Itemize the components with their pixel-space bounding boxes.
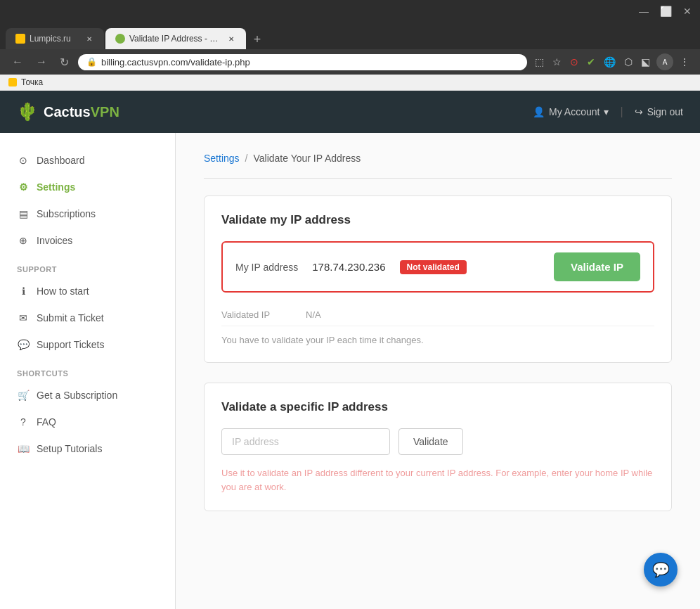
sidebar-item-setup-tutorials[interactable]: 📖 Setup Tutorials xyxy=(0,435,175,462)
minimize-button[interactable]: — xyxy=(639,6,649,17)
sidebar-item-settings[interactable]: ⚙ Settings xyxy=(0,174,175,200)
validation-note: You have to validate your IP each time i… xyxy=(221,335,654,345)
sidebar-label-setup-tutorials: Setup Tutorials xyxy=(37,443,102,454)
validate-specific-ip-title: Validate a specific IP address xyxy=(221,400,654,414)
support-tickets-icon: 💬 xyxy=(17,338,30,351)
sidebar-item-faq[interactable]: ? FAQ xyxy=(0,409,175,435)
tab-favicon-cactusvpn xyxy=(115,34,125,44)
sidebar-label-support-tickets: Support Tickets xyxy=(37,339,105,350)
chat-button[interactable]: 💬 xyxy=(644,553,678,586)
sidebar-item-invoices[interactable]: ⊕ Invoices xyxy=(0,227,175,254)
bookmark-icon[interactable]: ☆ xyxy=(550,54,564,70)
ip-label: My IP address xyxy=(235,262,298,273)
dashboard-icon: ⊙ xyxy=(17,154,30,167)
tab-cactusvpn[interactable]: Validate IP Address - CactusVPN ✕ xyxy=(105,28,246,49)
avatar-icon[interactable]: A xyxy=(656,53,673,70)
address-bar[interactable]: 🔒 billing.cactusvpn.com/validate-ip.php xyxy=(78,54,527,70)
sidebar-item-how-to-start[interactable]: ℹ How to start xyxy=(0,278,175,304)
puzzle-icon[interactable]: ⬡ xyxy=(622,54,635,70)
bookmark-tochka[interactable]: Точка xyxy=(21,77,43,87)
invoices-icon: ⊕ xyxy=(17,234,30,247)
logo-text: CactusVPN xyxy=(44,104,119,120)
refresh-button[interactable]: ↻ xyxy=(56,54,72,70)
sign-out-label: Sign out xyxy=(647,106,683,117)
validate-specific-button[interactable]: Validate xyxy=(398,428,463,455)
chevron-down-icon: ▾ xyxy=(604,106,609,117)
sidebar: ⊙ Dashboard ⚙ Settings ▤ Subscriptions ⊕… xyxy=(0,133,176,609)
url-text: billing.cactusvpn.com/validate-ip.php xyxy=(101,57,519,68)
tab-close-lumpics[interactable]: ✕ xyxy=(84,34,94,44)
specific-ip-note: Use it to validate an IP address differe… xyxy=(221,466,654,494)
breadcrumb-separator: / xyxy=(245,153,248,164)
setup-tutorials-icon: 📖 xyxy=(17,442,30,455)
validate-my-ip-card: Validate my IP address My IP address 178… xyxy=(204,195,672,363)
sidebar-item-submit-ticket[interactable]: ✉ Submit a Ticket xyxy=(0,304,175,331)
maximize-button[interactable]: ⬜ xyxy=(660,6,672,17)
header-divider: | xyxy=(620,105,623,118)
logo-cactus: Cactus xyxy=(44,104,91,120)
settings-icon: ⚙ xyxy=(17,181,30,193)
signout-icon: ↪ xyxy=(635,106,643,117)
sign-out-button[interactable]: ↪ Sign out xyxy=(635,106,683,117)
new-tab-button[interactable]: + xyxy=(247,30,267,49)
app-body: ⊙ Dashboard ⚙ Settings ▤ Subscriptions ⊕… xyxy=(0,133,700,609)
validate-ip-button[interactable]: Validate IP xyxy=(554,252,640,281)
sidebar-item-support-tickets[interactable]: 💬 Support Tickets xyxy=(0,331,175,358)
sidebar-label-invoices: Invoices xyxy=(37,235,72,246)
validated-ip-label: Validated IP xyxy=(221,309,292,320)
validate-my-ip-title: Validate my IP address xyxy=(221,213,654,227)
menu-button[interactable]: ⋮ xyxy=(678,54,692,70)
app-header: 🌵 CactusVPN 👤 My Account ▾ | ↪ Sign out xyxy=(0,91,700,133)
tab-title-lumpics: Lumpics.ru xyxy=(30,34,80,44)
not-validated-badge: Not validated xyxy=(400,260,467,274)
breadcrumb-current: Validate Your IP Address xyxy=(253,153,361,164)
my-account-label: My Account xyxy=(549,106,599,117)
translate-icon[interactable]: 🌐 xyxy=(602,54,618,70)
how-to-start-icon: ℹ xyxy=(17,285,30,297)
subscriptions-icon: ▤ xyxy=(17,207,30,220)
bookmark-favicon xyxy=(8,78,17,86)
sidebar-label-get-subscription: Get a Subscription xyxy=(37,390,117,401)
tab-favicon-lumpics xyxy=(15,34,25,44)
validate-specific-ip-card: Validate a specific IP address Validate … xyxy=(204,383,672,511)
header-right: 👤 My Account ▾ | ↪ Sign out xyxy=(533,105,683,118)
cactus-logo-icon: 🌵 xyxy=(17,102,38,122)
close-button[interactable]: ✕ xyxy=(683,6,692,17)
address-bar-row: ← → ↻ 🔒 billing.cactusvpn.com/validate-i… xyxy=(0,49,700,75)
validated-ip-row: Validated IP N/A xyxy=(221,304,654,326)
breadcrumb: Settings / Validate Your IP Address xyxy=(204,153,672,164)
sidebar-label-submit-ticket: Submit a Ticket xyxy=(37,312,104,323)
tab-close-cactusvpn[interactable]: ✕ xyxy=(226,34,236,44)
adblock-icon[interactable]: ✔ xyxy=(585,54,597,70)
ip-validation-row: My IP address 178.74.230.236 Not validat… xyxy=(221,241,654,293)
opera-icon[interactable]: ⊙ xyxy=(568,54,581,70)
ip-address-input[interactable] xyxy=(221,428,390,455)
breadcrumb-settings-link[interactable]: Settings xyxy=(204,153,240,164)
forward-button[interactable]: → xyxy=(32,54,51,70)
sidebar-item-dashboard[interactable]: ⊙ Dashboard xyxy=(0,147,175,174)
tab-bar: Lumpics.ru ✕ Validate IP Address - Cactu… xyxy=(0,23,700,49)
shortcuts-section-label: SHORTCUTS xyxy=(0,358,175,382)
screenshot-icon[interactable]: ⬚ xyxy=(533,54,546,70)
sidebar-label-faq: FAQ xyxy=(37,416,56,428)
sidebar-item-get-subscription[interactable]: 🛒 Get a Subscription xyxy=(0,382,175,409)
get-subscription-icon: 🛒 xyxy=(17,389,30,402)
specific-ip-input-row: Validate xyxy=(221,428,654,455)
tab-lumpics[interactable]: Lumpics.ru ✕ xyxy=(6,28,104,49)
validated-ip-value: N/A xyxy=(306,309,321,320)
window-controls[interactable]: — ⬜ ✕ xyxy=(639,6,692,17)
sidebar-label-settings: Settings xyxy=(37,181,75,193)
faq-icon: ? xyxy=(17,416,30,428)
lock-icon: 🔒 xyxy=(86,57,97,67)
cast-icon[interactable]: ⬕ xyxy=(639,54,652,70)
back-button[interactable]: ← xyxy=(8,54,27,70)
my-account-button[interactable]: 👤 My Account ▾ xyxy=(533,106,609,117)
support-section-label: SUPPORT xyxy=(0,254,175,278)
breadcrumb-divider xyxy=(204,178,672,179)
submit-ticket-icon: ✉ xyxy=(17,312,30,324)
main-content: Settings / Validate Your IP Address Vali… xyxy=(176,133,700,609)
logo: 🌵 CactusVPN xyxy=(17,102,119,122)
sidebar-label-dashboard: Dashboard xyxy=(37,155,85,166)
sidebar-item-subscriptions[interactable]: ▤ Subscriptions xyxy=(0,200,175,227)
ip-value: 178.74.230.236 xyxy=(312,261,385,273)
